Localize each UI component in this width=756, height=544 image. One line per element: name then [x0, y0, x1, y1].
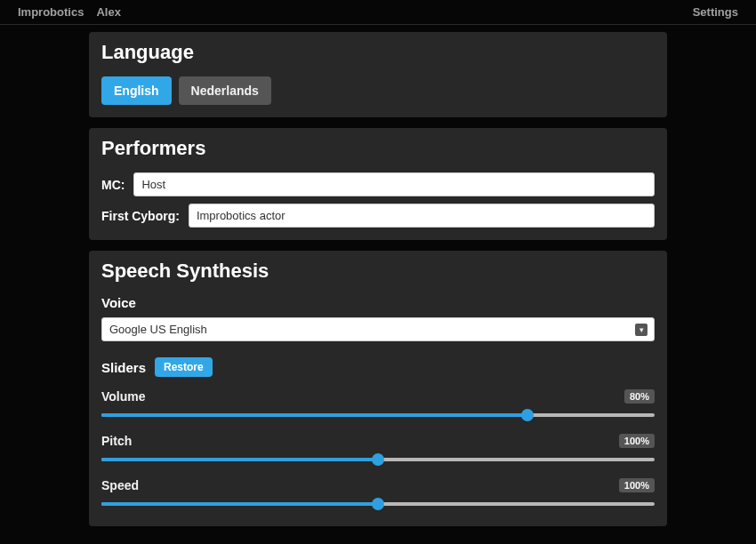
language-buttons: English Nederlands — [101, 76, 655, 105]
first-cyborg-label: First Cyborg: — [101, 209, 180, 223]
first-cyborg-row: First Cyborg: — [101, 204, 655, 228]
sliders-label: Sliders — [101, 360, 146, 375]
restore-button[interactable]: Restore — [155, 357, 213, 377]
slider-label-volume: Volume — [101, 389, 146, 404]
slider-row-volume: Volume 80% — [101, 389, 655, 421]
speech-panel: Speech Synthesis Voice Google US English… — [89, 251, 667, 526]
topbar: Improbotics Alex Settings — [0, 0, 756, 25]
slider-thumb-volume[interactable] — [521, 409, 534, 421]
mc-row: MC: — [101, 172, 655, 196]
settings-link[interactable]: Settings — [693, 5, 738, 19]
slider-badge-volume: 80% — [624, 389, 655, 404]
slider-label-pitch: Pitch — [101, 434, 132, 448]
language-button-english[interactable]: English — [101, 76, 172, 105]
speech-title: Speech Synthesis — [101, 260, 655, 283]
language-button-dutch[interactable]: Nederlands — [179, 76, 271, 105]
language-panel: Language English Nederlands — [89, 32, 667, 117]
language-title: Language — [101, 41, 655, 64]
slider-pitch[interactable] — [101, 453, 655, 466]
performers-panel: Performers MC: First Cyborg: — [89, 128, 667, 240]
voice-select-wrap: Google US English ▾ — [101, 317, 655, 341]
slider-speed[interactable] — [101, 498, 655, 510]
slider-label-speed: Speed — [101, 478, 139, 492]
performers-title: Performers — [101, 137, 655, 160]
sliders-header: Sliders Restore — [101, 357, 655, 377]
brand-link[interactable]: Improbotics — [18, 5, 84, 19]
slider-row-speed: Speed 100% — [101, 478, 655, 510]
mc-label: MC: — [101, 178, 125, 192]
slider-thumb-speed[interactable] — [372, 498, 384, 510]
slider-thumb-pitch[interactable] — [372, 453, 384, 466]
slider-badge-speed: 100% — [619, 478, 655, 492]
user-link[interactable]: Alex — [96, 5, 120, 19]
voice-label: Voice — [101, 295, 655, 310]
slider-badge-pitch: 100% — [619, 434, 655, 448]
mc-input[interactable] — [133, 172, 655, 196]
topbar-left: Improbotics Alex — [18, 5, 121, 19]
voice-select[interactable]: Google US English — [101, 317, 655, 341]
slider-volume[interactable] — [101, 409, 655, 421]
first-cyborg-input[interactable] — [189, 204, 655, 228]
main-container: Language English Nederlands Performers M… — [89, 32, 667, 526]
slider-row-pitch: Pitch 100% — [101, 434, 655, 466]
